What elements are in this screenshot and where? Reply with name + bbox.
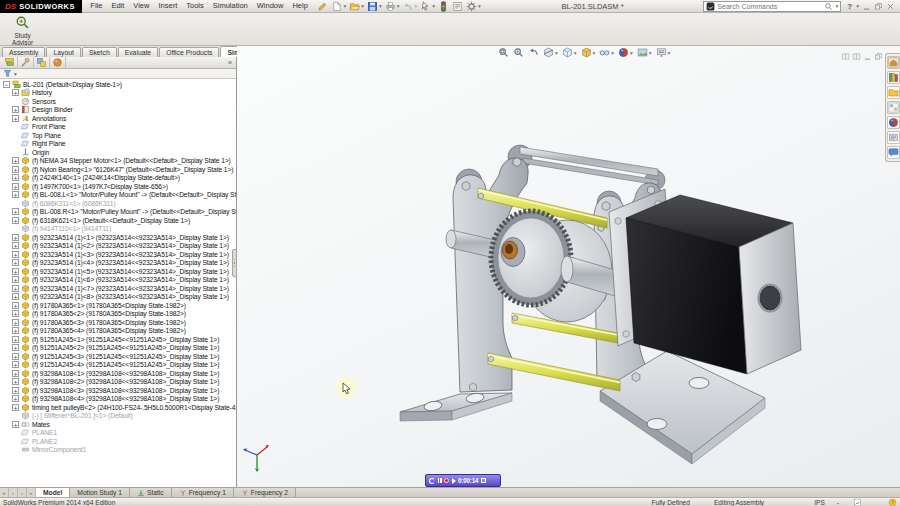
study-tab-motion-study-1[interactable]: Motion Study 1 [70,488,130,497]
lastview-view-button[interactable] [527,47,540,58]
appearance-view-button[interactable]: ▾ [617,47,634,58]
tree-expander-icon[interactable]: + [12,89,19,96]
tree-item[interactable]: −BL-201 (Default<Display State-1>) [0,80,236,89]
tree-item[interactable]: +Mates [0,420,236,429]
tree-expander-icon[interactable]: + [12,302,19,309]
settings-caret-icon[interactable]: ▾ [668,50,671,56]
menu-simulation[interactable]: Simulation [208,0,252,12]
tree-expander-icon[interactable]: + [12,191,19,198]
tree-expander-icon[interactable]: + [12,259,19,266]
tree-expander-icon[interactable]: + [12,276,19,283]
tree-item[interactable]: +(f) 92323A514 (1)<7> (92323A514<<92323A… [0,284,236,293]
displaystyle-caret-icon[interactable]: ▾ [593,50,596,56]
tree-item[interactable]: +(f) 2424K140<1> (2424K14<Display State-… [0,174,236,183]
tree-expander-icon[interactable]: + [12,242,19,249]
pencil-button[interactable] [316,1,329,12]
menu-view[interactable]: View [129,0,154,12]
filter-funnel-icon[interactable] [3,69,12,78]
tree-item[interactable]: +(f) Nylon Bearing<1> "6126K47" (Default… [0,165,236,174]
tree-expander-icon[interactable]: + [12,361,19,368]
restore-button[interactable] [874,2,883,11]
tree-item[interactable]: Front Plane [0,123,236,132]
select-caret-icon[interactable]: ▾ [432,3,435,9]
panel-tab-dimxpertmanager[interactable] [50,57,66,68]
menu-tools[interactable]: Tools [182,0,209,12]
tree-filter-row[interactable]: ▾ [0,69,236,79]
displaystyle-view-button[interactable]: ▾ [580,47,597,58]
taskpane-custom-properties-tab[interactable] [887,131,900,144]
search-caret-icon[interactable]: ▾ [836,3,839,9]
save-button[interactable]: ▾ [366,1,383,12]
section-caret-icon[interactable]: ▾ [555,50,558,56]
open-button[interactable]: ▾ [348,1,365,12]
menu-help[interactable]: Help [288,0,312,12]
tree-expander-icon[interactable]: + [12,319,19,326]
tree-item[interactable]: Right Plane [0,140,236,149]
tree-item[interactable]: Sensors [0,97,236,106]
print-button[interactable]: ▾ [384,1,401,12]
settings-view-button[interactable]: ▾ [655,47,672,58]
study-tab-model[interactable]: Model [36,488,70,497]
tree-item[interactable]: +(f) 6318K621<1> (Default<<Default>_Disp… [0,216,236,225]
tab-scroll-button[interactable]: » [27,488,36,497]
record-button[interactable] [444,478,449,483]
tree-expander-icon[interactable]: + [12,370,19,377]
tree-expander-icon[interactable]: + [12,268,19,275]
study-tab-static[interactable]: Static [130,488,172,497]
undo-button[interactable]: ▾ [401,1,418,12]
tree-item[interactable]: +(f) 93298A108<3> (93298A108<<93298A108>… [0,386,236,395]
tree-item[interactable]: Top Plane [0,131,236,140]
tree-item[interactable]: +(f) 91251A245<1> (91251A245<<91251A245>… [0,335,236,344]
docwin-pane-button[interactable] [841,47,850,65]
tree-expander-icon[interactable]: + [12,174,19,181]
viewcube-view-button[interactable]: ▾ [561,47,578,58]
minimize-button[interactable] [862,2,871,11]
tree-expander-icon[interactable]: + [12,234,19,241]
play-button[interactable] [452,478,456,484]
menu-insert[interactable]: Insert [154,0,182,12]
search-icon[interactable] [824,2,833,11]
save-caret-icon[interactable]: ▾ [379,3,382,9]
tree-expander-icon[interactable]: + [12,310,19,317]
docwin-pane-button[interactable] [852,47,861,65]
units-label[interactable]: IPS [814,499,825,506]
tree-expander-icon[interactable]: + [12,157,19,164]
tree-item[interactable]: +(f) 92323A514 (1)<5> (92323A514<<92323A… [0,267,236,276]
tree-item[interactable]: +(f) 91251A245<2> (91251A245<<91251A245>… [0,344,236,353]
tab-layout[interactable]: Layout [46,47,80,57]
tree-expander-icon[interactable]: + [12,404,19,411]
tree-expander-icon[interactable]: + [12,208,19,215]
tree-expander-icon[interactable]: + [12,251,19,258]
new-caret-icon[interactable]: ▾ [343,3,346,9]
tree-item[interactable]: +(f) 93298A108<2> (93298A108<<93298A108>… [0,378,236,387]
tree-item[interactable]: +(f) 91780A365<2> (91780A365<Display Sta… [0,310,236,319]
tree-expander-icon[interactable]: + [12,378,19,385]
props-button[interactable] [451,1,464,12]
tree-item[interactable]: (f) 9414T110<1> (9414T11) [0,225,236,234]
docwin-restore-button[interactable] [874,47,883,65]
select-button[interactable]: ▾ [419,1,436,12]
tree-expander-icon[interactable]: + [12,395,19,402]
search-box[interactable]: ▾ [703,1,841,12]
stop-button[interactable] [481,478,486,483]
tree-expander-icon[interactable]: + [12,344,19,351]
undo-caret-icon[interactable]: ▾ [414,3,417,9]
tree-item[interactable]: +(f) 92323A514 (1)<4> (92323A514<<92323A… [0,259,236,268]
graphics-viewport[interactable]: ▾▾▾▾▾▾▾ [237,46,900,487]
tree-item[interactable]: +(f) 92323A514 (1)<8> (92323A514<<92323A… [0,293,236,302]
tab-evaluate[interactable]: Evaluate [118,47,158,57]
tree-expander-icon[interactable]: + [12,327,19,334]
taskpane-design-library-tab[interactable] [887,71,900,84]
tree-item[interactable]: +(f) 92323A514 (1)<6> (92323A514<<92323A… [0,276,236,285]
tree-expander-icon[interactable]: + [12,106,19,113]
tree-expander-icon[interactable]: + [12,285,19,292]
panel-tab-propertymanager[interactable] [18,57,34,68]
print-caret-icon[interactable]: ▾ [397,3,400,9]
tree-item[interactable]: +(f) 91780A365<4> (91780A365<Display Sta… [0,327,236,336]
scene-caret-icon[interactable]: ▾ [649,50,652,56]
hideshow-view-button[interactable]: ▾ [598,47,615,58]
tree-item[interactable]: +(f) 93298A108<1> (93298A108<<93298A108>… [0,369,236,378]
panel-tab-featuremanager[interactable] [2,57,18,68]
tab-scroll-button[interactable]: « [0,488,9,497]
appearance-caret-icon[interactable]: ▾ [630,50,633,56]
